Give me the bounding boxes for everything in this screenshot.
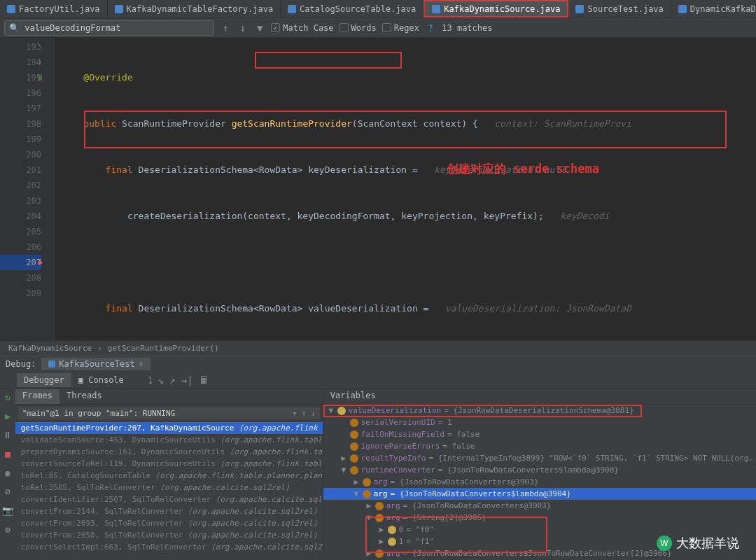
regex-checkbox[interactable]: Regex	[382, 23, 419, 33]
variables-title: Variables	[323, 389, 756, 405]
var-row[interactable]: ignoreParseErrors = false	[323, 440, 756, 452]
var-row[interactable]: ▼ arg = {JsonToRowDataConverters$lambda@…	[323, 488, 756, 500]
words-checkbox[interactable]: Words	[340, 23, 377, 33]
frames-panel: Frames Threads "main"@1 in group "main":…	[15, 389, 323, 560]
matchcase-checkbox[interactable]: Match Case	[271, 23, 333, 33]
frame-row[interactable]: getScanRuntimeProvider:207, KafkaDynamic…	[15, 422, 323, 434]
frame-row[interactable]: convertFrom:2093, SqlToRelConverter (org…	[15, 517, 323, 529]
frame-row[interactable]: toRel:3585, SqlToRelConverter (org.apach…	[15, 482, 323, 493]
pause-icon[interactable]: ⏸	[3, 430, 12, 440]
run-to-cursor-icon[interactable]: →|	[178, 374, 196, 386]
debug-run-tab[interactable]: KafkaSourceTest×	[41, 358, 150, 370]
view-breakpoints-icon[interactable]: ◉	[5, 468, 10, 478]
debug-toolbar: Debugger ▣ Console ⤵ ↘ ↗ →| 🖩	[0, 371, 756, 389]
highlight-box-method	[255, 52, 402, 69]
frame-row[interactable]: validateScanSource:453, DynamicSourceUti…	[15, 434, 323, 446]
match-count: 13 matches	[442, 23, 492, 33]
editor-tabs: FactoryUtil.java KafkaDynamicTableFactor…	[0, 0, 756, 18]
debug-panes: ↻ ▶ ⏸ ■ ◉ ⌀ 📷 ⚙ Frames Threads "main"@1 …	[0, 389, 756, 560]
help-icon[interactable]: ?	[425, 22, 436, 34]
mute-bk-icon[interactable]: ⌀	[5, 486, 10, 497]
frames-tab[interactable]: Frames	[15, 389, 59, 404]
frame-row[interactable]: convertFrom:2050, SqlToRelConverter (org…	[15, 529, 323, 541]
filter-icon[interactable]: ▼	[254, 22, 265, 34]
threads-tab[interactable]: Threads	[59, 389, 109, 404]
var-row[interactable]: ▶ arg = {JsonToRowDataConverters@3903}	[323, 500, 756, 512]
var-row[interactable]: ▼ arg = {String[2]@3905}	[323, 512, 756, 524]
line-gutter: 193 194↑ @ 19519619719819920020120220320…	[0, 38, 55, 340]
step-out-icon[interactable]: ↗	[167, 374, 178, 386]
tab-dynamickafkadeser[interactable]: DynamicKafkaDeserializationSchema.java	[671, 0, 756, 18]
frame-row[interactable]: convertSourceToRel:119, DynamicSourceUti…	[15, 458, 323, 470]
frame-row[interactable]: convertIdentifier:2507, SqlToRelConverte…	[15, 493, 323, 505]
frame-list[interactable]: getScanRuntimeProvider:207, KafkaDynamic…	[15, 422, 323, 560]
tab-kafkadyntablefactory[interactable]: KafkaDynamicTableFactory.java	[108, 0, 281, 18]
tab-kafkadynamicsource[interactable]: KafkaDynamicSource.java	[424, 0, 568, 18]
var-row[interactable]: ▼ valueDeserialization = {JsonRowDataDes…	[323, 405, 756, 416]
console-tab[interactable]: ▣ Console	[71, 373, 131, 387]
code-editor[interactable]: 193 194↑ @ 19519619719819920020120220320…	[0, 38, 756, 340]
tab-sourcetest[interactable]: SourceTest.java	[568, 0, 671, 18]
prev-match-icon[interactable]: ↑	[220, 22, 231, 34]
debug-header: Debug: KafkaSourceTest×	[0, 356, 756, 371]
thread-selector[interactable]: "main"@1 in group "main": RUNNING▾ ↑ ↓	[18, 407, 320, 419]
var-row[interactable]: ▶ 0 = "f0"	[323, 524, 756, 536]
code-area[interactable]: @Override public ScanRuntimeProvider get…	[55, 38, 756, 340]
find-bar: 🔍 valueDecodingFormat ↑ ↓ ▼ Match Case W…	[0, 18, 756, 38]
frame-row[interactable]: toRel:85, CatalogSourceTable (org.apache…	[15, 470, 323, 482]
var-row[interactable]: ▶ resultTypeInfo = {InternalTypeInfo@389…	[323, 452, 756, 464]
debugger-tab[interactable]: Debugger	[17, 373, 71, 387]
annotation-text: 创建对应的 serde schema	[447, 161, 599, 176]
frame-row[interactable]: convertFrom:2144, SqlToRelConverter (org…	[15, 505, 323, 517]
frame-row[interactable]: convertSelectImpl:663, SqlToRelConverter…	[15, 541, 323, 553]
var-row[interactable]: ▼ runtimeConverter = {JsonToRowDataConve…	[323, 464, 756, 476]
var-row[interactable]: failOnMissingField = false	[323, 428, 756, 440]
tab-factoryutil[interactable]: FactoryUtil.java	[0, 0, 108, 18]
debug-sidebar: ↻ ▶ ⏸ ■ ◉ ⌀ 📷 ⚙	[0, 389, 15, 560]
tab-catalogsourcetable[interactable]: CatalogSourceTable.java	[281, 0, 424, 18]
find-input[interactable]: 🔍 valueDecodingFormat	[4, 20, 214, 36]
evaluate-icon[interactable]: 🖩	[196, 374, 211, 386]
step-over-icon[interactable]: ⤵	[145, 374, 155, 386]
var-row[interactable]: ▶ arg = {JsonToRowDataConverters@3903}	[323, 476, 756, 488]
settings-icon[interactable]: ⚙	[5, 524, 10, 535]
step-into-icon[interactable]: ↘	[155, 374, 167, 386]
next-match-icon[interactable]: ↓	[237, 22, 248, 34]
stop-icon[interactable]: ■	[5, 449, 10, 459]
watermark: W大数据羊说	[657, 535, 739, 552]
resume-icon[interactable]: ▶	[5, 411, 10, 421]
frame-row[interactable]: prepareDynamicSource:161, DynamicSourceU…	[15, 446, 323, 458]
camera-icon[interactable]: 📷	[2, 505, 13, 516]
rerun-icon[interactable]: ↻	[5, 392, 10, 402]
var-row[interactable]: serialVersionUID = 1	[323, 416, 756, 428]
breadcrumb: KafkaDynamicSource›getScanRuntimeProvide…	[0, 340, 756, 356]
